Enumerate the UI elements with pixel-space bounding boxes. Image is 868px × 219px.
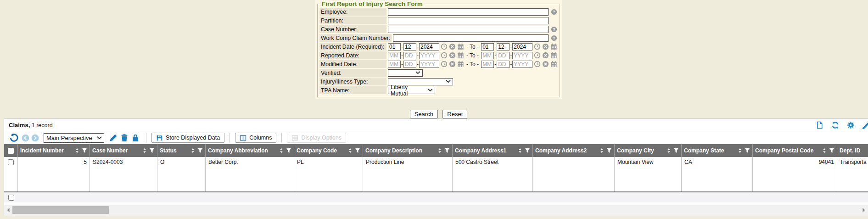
incident-from-year-input[interactable] xyxy=(419,43,439,51)
help-icon[interactable]: ? xyxy=(551,9,557,15)
column-header[interactable]: Company Abbreviation xyxy=(206,144,294,157)
clock-icon[interactable] xyxy=(441,52,448,59)
filter-icon[interactable] xyxy=(149,148,155,153)
refresh-icon[interactable] xyxy=(831,121,839,129)
reported-to-day-input[interactable] xyxy=(497,52,510,59)
search-button[interactable]: Search xyxy=(410,110,438,118)
sort-icon[interactable] xyxy=(517,148,523,153)
employee-input[interactable] xyxy=(388,8,549,16)
reported-from-year-input[interactable] xyxy=(419,52,439,59)
scroll-right-icon[interactable] xyxy=(860,207,867,213)
column-header[interactable]: Company City xyxy=(615,144,682,157)
scroll-left-icon[interactable] xyxy=(5,207,12,213)
filter-icon[interactable] xyxy=(525,148,530,153)
delete-perspective-icon[interactable] xyxy=(120,134,129,142)
sort-icon[interactable] xyxy=(74,148,80,153)
sort-icon[interactable] xyxy=(666,148,672,153)
modified-from-month-input[interactable] xyxy=(388,61,401,68)
new-document-icon[interactable] xyxy=(816,121,823,129)
calendar-icon[interactable] xyxy=(550,61,557,67)
column-header[interactable]: Company Postal Code xyxy=(753,144,837,157)
scrollbar-thumb[interactable] xyxy=(12,206,109,214)
column-header[interactable]: Incident Number xyxy=(18,144,90,157)
filter-icon[interactable] xyxy=(82,148,87,153)
filter-icon[interactable] xyxy=(829,148,834,153)
column-header[interactable]: Case Number xyxy=(90,144,157,157)
partition-input[interactable] xyxy=(388,17,549,24)
next-icon[interactable] xyxy=(31,134,39,142)
row-checkbox[interactable] xyxy=(8,159,14,165)
sort-icon[interactable] xyxy=(142,148,147,153)
filter-icon[interactable] xyxy=(355,148,360,153)
clock-icon[interactable] xyxy=(534,61,541,67)
sort-icon[interactable] xyxy=(737,148,743,153)
modified-from-year-input[interactable] xyxy=(419,61,439,68)
sort-icon[interactable] xyxy=(279,148,284,153)
modified-to-month-input[interactable] xyxy=(481,61,494,68)
verified-select[interactable] xyxy=(388,69,423,77)
column-header[interactable]: Company Address1 xyxy=(453,144,533,157)
previous-icon[interactable] xyxy=(22,134,29,142)
column-header[interactable]: Company Description xyxy=(363,144,453,157)
clear-date-icon[interactable] xyxy=(449,61,456,67)
incident-from-day-input[interactable] xyxy=(403,43,416,51)
calendar-icon[interactable] xyxy=(550,43,557,50)
perspective-select[interactable]: Main Perspective xyxy=(44,133,104,143)
modified-to-year-input[interactable] xyxy=(512,61,532,68)
sort-icon[interactable] xyxy=(347,148,353,153)
incident-to-day-input[interactable] xyxy=(497,43,510,51)
sort-icon[interactable] xyxy=(822,148,827,153)
incident-from-month-input[interactable] xyxy=(388,43,401,51)
lock-icon[interactable] xyxy=(131,134,140,142)
clear-date-icon[interactable] xyxy=(542,52,549,59)
calendar-icon[interactable] xyxy=(457,43,464,50)
clear-date-icon[interactable] xyxy=(542,43,549,50)
work-comp-input[interactable] xyxy=(393,34,549,42)
column-header[interactable]: Company State xyxy=(682,144,753,157)
clear-date-icon[interactable] xyxy=(449,52,456,59)
column-header[interactable]: Company Code xyxy=(294,144,363,157)
gear-icon[interactable] xyxy=(847,121,855,129)
filter-icon[interactable] xyxy=(197,148,203,153)
modified-to-day-input[interactable] xyxy=(497,61,510,68)
calendar-icon[interactable] xyxy=(550,52,557,59)
undo-icon[interactable] xyxy=(9,133,18,142)
column-header[interactable]: Dept. ID xyxy=(837,144,868,157)
help-icon[interactable]: ? xyxy=(551,26,557,33)
filter-icon[interactable] xyxy=(606,148,612,153)
tpa-select[interactable]: Liberty Mutual xyxy=(388,87,435,94)
filter-icon[interactable] xyxy=(673,148,679,153)
sort-icon[interactable] xyxy=(599,148,605,153)
clock-icon[interactable] xyxy=(534,43,541,50)
calendar-icon[interactable] xyxy=(457,61,464,67)
reported-to-month-input[interactable] xyxy=(481,52,494,59)
clock-icon[interactable] xyxy=(534,52,541,59)
reported-from-month-input[interactable] xyxy=(388,52,401,59)
clock-icon[interactable] xyxy=(441,43,448,50)
sort-icon[interactable] xyxy=(437,148,442,153)
column-header[interactable]: Company Address2 xyxy=(533,144,615,157)
footer-row-checkbox[interactable] xyxy=(8,195,14,201)
edit-perspective-icon[interactable] xyxy=(109,134,118,142)
horizontal-scrollbar[interactable] xyxy=(4,205,868,216)
reset-button[interactable]: Reset xyxy=(442,110,467,118)
column-header[interactable]: Status xyxy=(157,144,206,157)
help-icon[interactable]: ? xyxy=(551,35,557,41)
modified-from-day-input[interactable] xyxy=(403,61,416,68)
reported-from-day-input[interactable] xyxy=(403,52,416,59)
select-all-checkbox[interactable] xyxy=(4,144,18,157)
filter-icon[interactable] xyxy=(745,148,750,153)
reported-to-year-input[interactable] xyxy=(512,52,532,59)
filter-icon[interactable] xyxy=(286,148,291,153)
incident-to-year-input[interactable] xyxy=(512,43,532,51)
store-displayed-data-button[interactable]: Store Displayed Data xyxy=(151,133,224,143)
calendar-icon[interactable] xyxy=(457,52,464,59)
filter-icon[interactable] xyxy=(444,148,450,153)
clock-icon[interactable] xyxy=(441,61,448,67)
sort-icon[interactable] xyxy=(190,148,196,153)
clear-date-icon[interactable] xyxy=(542,61,549,67)
incident-to-month-input[interactable] xyxy=(481,43,494,51)
case-number-input[interactable] xyxy=(388,26,549,33)
columns-button[interactable]: Columns xyxy=(235,133,276,143)
wrench-icon[interactable] xyxy=(862,121,868,129)
